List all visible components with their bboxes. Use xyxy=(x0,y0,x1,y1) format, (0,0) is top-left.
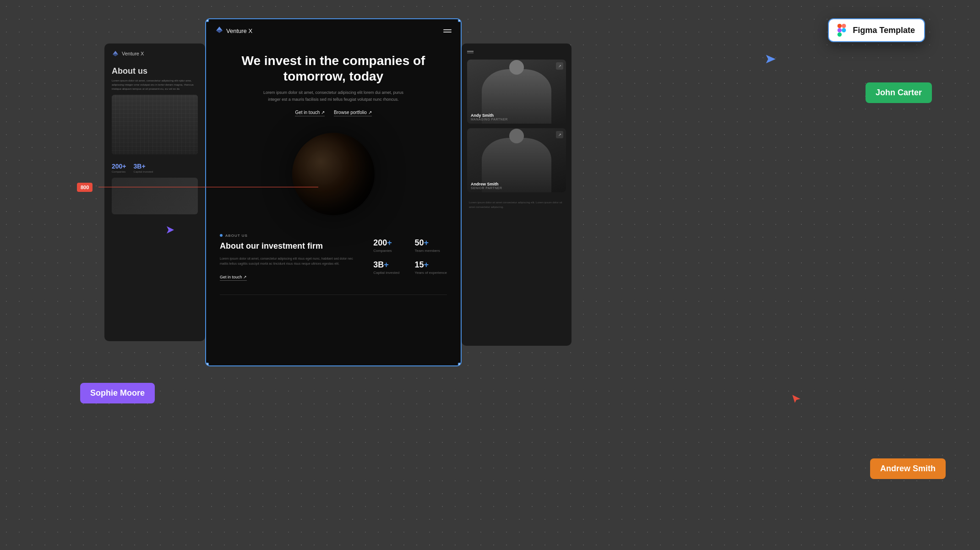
team-card-andy-role: MANAGING PARTNER xyxy=(471,118,562,121)
left-stat-capital: 3B+ Capital invested xyxy=(134,163,153,173)
person2-head xyxy=(509,129,524,143)
left-stat-companies-label: Companies xyxy=(112,170,126,173)
left-panel-brand: Venture X xyxy=(122,51,144,56)
measure-line xyxy=(98,187,318,187)
stat-years-num: 15+ xyxy=(415,260,447,270)
left-stat-capital-label: Capital invested xyxy=(134,170,153,173)
left-panel: Venture X About us Lorem ipsum dolor sit… xyxy=(104,44,205,341)
stat-companies-num: 200+ xyxy=(373,238,405,248)
rp-text-block: Lorem ipsum dolor sit amet consectetur a… xyxy=(467,197,566,213)
about-tag: ABOUT US xyxy=(220,234,359,238)
stat-team-label: Team members xyxy=(415,249,447,253)
left-panel-body: Lorem ipsum dolor sit amet, consectetur … xyxy=(104,79,205,91)
stat-team: 50+ Team members xyxy=(415,238,447,253)
team-card-andy: Andy Smith MANAGING PARTNER ↗ xyxy=(467,60,566,124)
browse-portfolio-btn[interactable]: Browse portfolio ↗ xyxy=(334,110,371,116)
left-panel-about-title: About us xyxy=(104,62,205,79)
left-panel-image-2 xyxy=(112,178,198,214)
handle-tl[interactable] xyxy=(205,18,209,22)
about-left: ABOUT US About our investment firm Lorem… xyxy=(220,234,359,281)
badge-andrew: Andrew Smith xyxy=(870,458,946,479)
badge-john: John Carter xyxy=(866,82,932,103)
stat-years: 15+ Years of experience xyxy=(415,260,447,275)
person1-head xyxy=(509,60,524,75)
svg-rect-5 xyxy=(838,33,842,37)
main-panel: 60 Venture X We invest in the companies … xyxy=(205,18,462,366)
right-panel-inner: Andy Smith MANAGING PARTNER ↗ Andrew Smi… xyxy=(462,44,572,218)
about-right: 200+ Companies 50+ Team members 3B+ Capi… xyxy=(373,234,447,281)
handle-br[interactable] xyxy=(458,363,462,366)
svg-marker-7 xyxy=(792,395,800,403)
left-stat-companies: 200+ Companies xyxy=(112,163,126,173)
stat-team-num: 50+ xyxy=(415,238,447,248)
planet-sphere xyxy=(292,133,375,215)
hamburger-icon[interactable] xyxy=(443,29,452,33)
hero-subtitle: Lorem ipsum dolor sit amet, consectetur … xyxy=(260,89,407,103)
brand-logo-icon xyxy=(215,26,223,36)
rp-header xyxy=(467,49,566,55)
team-card-andrew: Andrew Smith SENIOR PARTNER ↗ xyxy=(467,128,566,192)
svg-rect-2 xyxy=(842,24,846,28)
about-body: Lorem ipsum dolor sit amet, consectetur … xyxy=(220,256,359,267)
svg-rect-3 xyxy=(838,28,842,32)
handle-tr[interactable] xyxy=(458,18,462,22)
svg-point-4 xyxy=(842,28,846,32)
team-card-andrew-name: Andrew Smith xyxy=(471,182,562,186)
about-get-in-touch-btn[interactable]: Get in touch ↗ xyxy=(220,275,247,281)
left-stat-capital-num: 3B+ xyxy=(134,163,153,170)
stat-years-label: Years of experience xyxy=(415,271,447,275)
team-card-andy-expand[interactable]: ↗ xyxy=(556,62,563,70)
figma-icon xyxy=(835,24,848,37)
bottom-divider xyxy=(220,294,447,295)
about-heading: About our investment firm xyxy=(220,241,359,251)
stat-companies: 200+ Companies xyxy=(373,238,405,253)
stat-companies-label: Companies xyxy=(373,249,405,253)
hero-buttons: Get in touch ↗ Browse portfolio ↗ xyxy=(220,110,447,116)
main-brand-name: Venture X xyxy=(226,27,252,34)
right-panel: Andy Smith MANAGING PARTNER ↗ Andrew Smi… xyxy=(462,44,572,346)
rp-hamburger-icon[interactable] xyxy=(467,51,474,53)
left-panel-header: Venture X xyxy=(104,44,205,62)
main-nav-brand: Venture X xyxy=(215,26,252,36)
about-tag-text: ABOUT US xyxy=(225,234,248,238)
team-card-andrew-label: Andrew Smith SENIOR PARTNER xyxy=(471,182,562,190)
left-stat-companies-num: 200+ xyxy=(112,163,126,170)
team-card-andrew-expand[interactable]: ↗ xyxy=(556,131,563,138)
hero-planet xyxy=(206,124,461,224)
right-cursor-arrow xyxy=(764,53,777,67)
left-panel-stats: 200+ Companies 3B+ Capital invested xyxy=(104,158,205,178)
hero-title: We invest in the companies of tomorrow, … xyxy=(220,53,447,84)
building-graphic xyxy=(112,95,198,154)
figma-badge: Figma Template xyxy=(828,18,925,42)
venture-logo-small xyxy=(112,50,119,57)
stat-capital: 3B+ Capital invested xyxy=(373,260,405,275)
get-in-touch-btn[interactable]: Get in touch ↗ xyxy=(295,110,325,116)
about-section: ABOUT US About our investment firm Lorem… xyxy=(206,224,461,290)
left-panel-image xyxy=(112,95,198,154)
stat-capital-num: 3B+ xyxy=(373,260,405,270)
stat-capital-label: Capital invested xyxy=(373,271,405,275)
about-dot xyxy=(220,234,223,237)
team-card-andy-label: Andy Smith MANAGING PARTNER xyxy=(471,113,562,121)
svg-marker-6 xyxy=(766,55,776,64)
team-card-andrew-role: SENIOR PARTNER xyxy=(471,186,562,190)
svg-rect-1 xyxy=(838,24,842,28)
red-cursor xyxy=(791,394,801,406)
measure-badge: 800 xyxy=(77,183,93,192)
badge-sophie: Sophie Moore xyxy=(80,383,155,403)
figma-badge-label: Figma Template xyxy=(853,26,915,35)
main-nav: Venture X xyxy=(206,19,461,42)
handle-bl[interactable] xyxy=(205,363,209,366)
team-card-andy-name: Andy Smith xyxy=(471,113,562,118)
hero-section: We invest in the companies of tomorrow, … xyxy=(206,42,461,124)
